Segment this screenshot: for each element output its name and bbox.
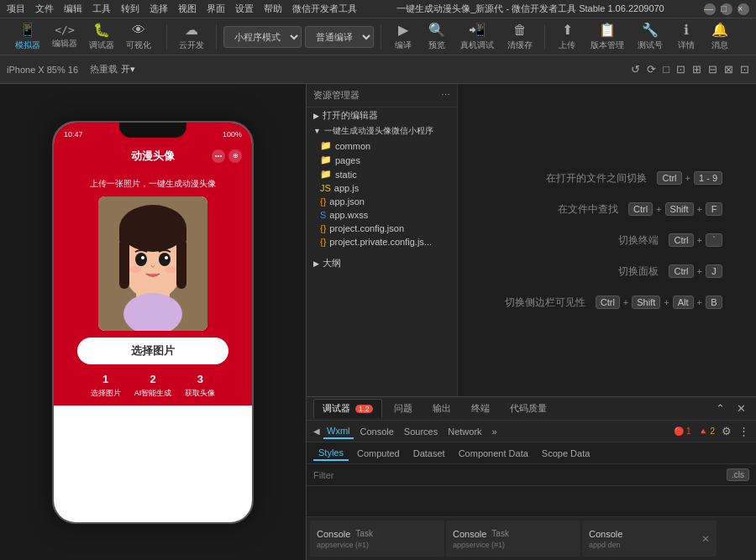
open-editors-section[interactable]: ▶ 打开的编辑器 <box>307 107 457 123</box>
tab-computed[interactable]: Computed <box>352 447 405 460</box>
test-num-button[interactable]: 🔧 测试号 <box>633 22 668 52</box>
compile-button[interactable]: ▶ 编译 <box>388 22 418 52</box>
debugger-button[interactable]: 🐛 调试器 <box>84 22 119 52</box>
preview-icon: 🔍 <box>428 22 445 38</box>
close-button[interactable]: × <box>738 3 749 15</box>
real-debug-label: 真机调试 <box>460 39 494 51</box>
menu-item-view[interactable]: 视图 <box>178 3 197 15</box>
console-bar-3-content: Console appd den <box>589 529 622 549</box>
visual-button[interactable]: 👁 可视化 <box>121 22 156 52</box>
cloud-dev-button[interactable]: ☁ 云开发 <box>174 22 209 52</box>
inspector-tab-console[interactable]: Console <box>357 425 397 438</box>
phone-choose-button[interactable]: 选择图片 <box>77 338 228 364</box>
warn-count: 🔺 2 <box>698 427 715 436</box>
devtools-tab-quality[interactable]: 代码质量 <box>501 400 555 417</box>
file-projectconfig[interactable]: {} project.config.json <box>313 222 457 235</box>
console-bar-1-content: Console Task appservice (#1) <box>317 529 373 549</box>
outline-section[interactable]: ▶ 大纲 <box>307 255 457 271</box>
inspector-tab-network[interactable]: Network <box>444 425 485 438</box>
menu-item-goto[interactable]: 转到 <box>121 3 139 15</box>
real-debug-button[interactable]: 📲 真机调试 <box>455 22 499 52</box>
hot-reload-state[interactable]: 开▾ <box>121 63 135 76</box>
console-bar-3[interactable]: Console appd den ✕ <box>582 521 717 557</box>
console-bar-close-3[interactable]: ✕ <box>701 533 710 545</box>
upload-icon: ⬆ <box>562 22 573 38</box>
file-projectprivate[interactable]: {} project.private.config.js... <box>313 235 457 249</box>
toolbar2-icon-4[interactable]: ⊡ <box>676 63 685 76</box>
tab-dataset[interactable]: Dataset <box>408 447 450 460</box>
mode-select[interactable]: 小程序模式 <box>223 26 302 48</box>
toolbar2-icon-3[interactable]: □ <box>663 63 669 76</box>
menu-item-file[interactable]: 文件 <box>35 3 54 15</box>
inspector-tab-wxml[interactable]: Wxml <box>323 424 354 439</box>
shortcut-desc-2: 在文件中查找 <box>534 202 618 217</box>
devtools-tab-terminal[interactable]: 终端 <box>463 400 498 417</box>
project-section[interactable]: ▼ 一键生成动漫头像微信小程序 <box>307 123 457 139</box>
devtools-tab-debugger[interactable]: 调试器 1.2 <box>313 399 382 418</box>
preview-button[interactable]: 🔍 预览 <box>422 22 452 52</box>
folder-static-label: static <box>335 170 357 180</box>
debugger-badge: 1.2 <box>355 405 373 413</box>
key-b-5: B <box>706 296 722 309</box>
upload-button[interactable]: ⬆ 上传 <box>552 22 582 52</box>
key-f-2: F <box>706 202 722 216</box>
menu-item-tools[interactable]: 工具 <box>92 3 111 15</box>
folder-pages[interactable]: 📁 pages <box>313 153 457 167</box>
folder-static[interactable]: 📁 static <box>313 167 457 181</box>
file-appwxss[interactable]: S app.wxss <box>313 208 457 222</box>
quality-tab-label: 代码质量 <box>510 403 547 413</box>
devtools-tab-issues[interactable]: 问题 <box>386 400 421 417</box>
toolbar2-icon-7[interactable]: ⊠ <box>724 63 733 76</box>
version-mgmt-button[interactable]: 📋 版本管理 <box>585 22 629 52</box>
devtools-collapse-button[interactable]: ⌃ <box>712 400 728 416</box>
json-icon-private: {} <box>320 237 326 247</box>
svg-point-8 <box>141 256 144 259</box>
folder-common[interactable]: 📁 common <box>313 139 457 153</box>
devtools-menu-icon[interactable]: ⋮ <box>738 425 749 437</box>
debugger-label: 调试器 <box>89 39 114 51</box>
file-appjs[interactable]: JS app.js <box>313 181 457 195</box>
phone-dot-menu[interactable]: ••• <box>212 149 225 163</box>
tab-scope-data[interactable]: Scope Data <box>537 447 595 460</box>
menu-item-edit[interactable]: 编辑 <box>64 3 82 15</box>
phone-mockup: 10:47 100% 动漫头像 ••• ⊕ 上传一张照片，一键生成动漫头像 <box>52 121 254 524</box>
phone-step-label-3: 获取头像 <box>185 388 215 399</box>
compile-select[interactable]: 普通编译 <box>305 26 374 48</box>
toolbar2-icon-6[interactable]: ⊟ <box>708 63 717 76</box>
menu-bar: 项目 文件 编辑 工具 转到 选择 视图 界面 设置 帮助 微信开发者工具 一键… <box>0 0 756 18</box>
console-bar-2[interactable]: Console Task appservice (#1) <box>446 521 580 557</box>
phone-dot-plus[interactable]: ⊕ <box>228 149 242 163</box>
devtools-tab-output[interactable]: 输出 <box>424 400 459 417</box>
tab-styles[interactable]: Styles <box>313 446 349 461</box>
cls-badge[interactable]: .cls <box>727 468 749 481</box>
inspector-tab-sources[interactable]: Sources <box>401 425 441 438</box>
toolbar2-icon-5[interactable]: ⊞ <box>692 63 701 76</box>
toolbar2-icon-2[interactable]: ⟳ <box>647 63 656 76</box>
tab-component-data[interactable]: Component Data <box>454 447 533 460</box>
menu-item-weixin[interactable]: 微信开发者工具 <box>292 3 357 15</box>
devtools-gear-icon[interactable]: ⚙ <box>722 425 732 437</box>
simulator-button[interactable]: 📱 模拟器 <box>10 22 45 52</box>
menu-item-project[interactable]: 项目 <box>7 3 25 15</box>
file-tree-header: 资源管理器 ⋯ <box>307 84 457 107</box>
filter-input[interactable] <box>313 470 727 480</box>
maximize-button[interactable]: □ <box>721 3 732 15</box>
file-appjson[interactable]: {} app.json <box>313 195 457 208</box>
menu-item-interface[interactable]: 界面 <box>207 3 225 15</box>
inspector-tab-bar: ◀ Wxml Console Sources Network » 🔴 1 🔺 2… <box>307 421 756 442</box>
console-bar-1[interactable]: Console Task appservice (#1) <box>310 521 444 557</box>
toolbar2-icon-1[interactable]: ↺ <box>631 63 640 76</box>
devtools-close-button[interactable]: ✕ <box>733 400 749 416</box>
menu-item-settings[interactable]: 设置 <box>235 3 254 15</box>
details-button[interactable]: ℹ 详情 <box>671 22 701 52</box>
toolbar2-icon-8[interactable]: ⊡ <box>740 63 749 76</box>
editor-button[interactable]: </> 编辑器 <box>47 22 82 52</box>
file-tree-more-icon[interactable]: ⋯ <box>441 90 450 101</box>
minimize-button[interactable]: — <box>704 3 716 15</box>
menu-item-select[interactable]: 选择 <box>150 3 168 15</box>
inspector-nav-back[interactable]: ◀ <box>313 427 320 436</box>
clear-cache-button[interactable]: 🗑 清缓存 <box>502 22 538 52</box>
menu-item-help[interactable]: 帮助 <box>264 3 282 15</box>
inspector-tab-more[interactable]: » <box>489 425 501 438</box>
messages-button[interactable]: 🔔 消息 <box>705 22 735 52</box>
